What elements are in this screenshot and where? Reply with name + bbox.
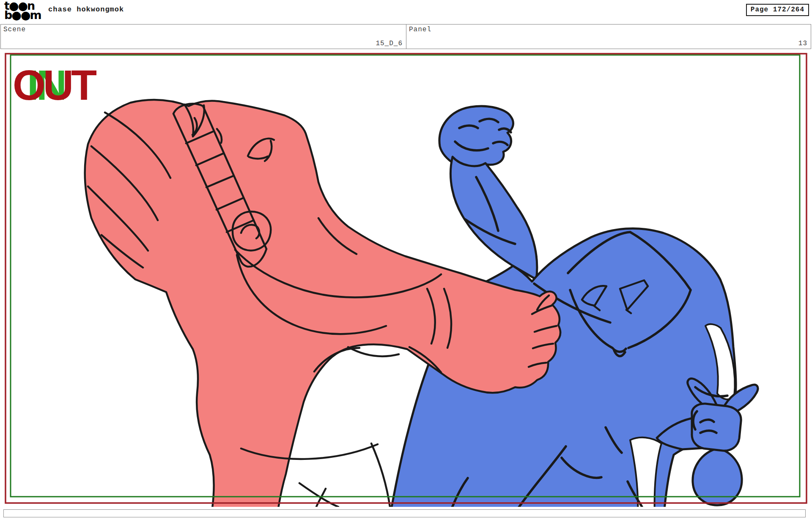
- panel-value: 13: [798, 40, 807, 47]
- toonboom-logo: t●●n b●●m: [4, 1, 41, 19]
- out-marker: OUT: [13, 64, 94, 106]
- caption-bar: [3, 509, 806, 517]
- panel-cell: Panel 13: [406, 25, 811, 49]
- blue-raised-fist: [439, 106, 513, 169]
- scene-value: 15_D_6: [376, 40, 403, 47]
- storyboard-panel-drawing: [3, 51, 809, 507]
- toonboom-logo-line2: b●●m: [4, 11, 41, 20]
- blue-grip-hand: [692, 404, 741, 451]
- storyboard-panel: IN OUT: [3, 51, 809, 507]
- scene-label: Scene: [3, 26, 26, 33]
- scene-panel-row: Scene 15_D_6 Panel 13: [0, 24, 811, 49]
- panel-label: Panel: [409, 26, 431, 33]
- project-title: chase hokwongmok: [48, 5, 124, 14]
- scene-cell: Scene 15_D_6: [1, 25, 406, 49]
- page-indicator: Page 172/264: [746, 4, 809, 16]
